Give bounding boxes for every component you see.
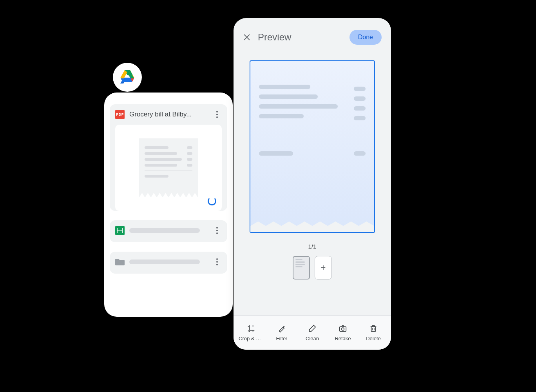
- preview-toolbar: Crop & R... Filter Clean: [234, 315, 391, 350]
- eraser-icon: [308, 324, 317, 333]
- file-title-placeholder: [129, 260, 200, 264]
- drive-logo-badge: [113, 63, 142, 92]
- more-menu-button[interactable]: [212, 226, 222, 235]
- add-page-button[interactable]: +: [315, 256, 332, 279]
- file-title-placeholder: [129, 228, 200, 233]
- pdf-icon: PDF: [115, 110, 125, 119]
- svg-point-15: [342, 328, 344, 330]
- scan-preview-panel: Preview Done 1/1 +: [234, 18, 391, 350]
- toolbar-label: Clean: [306, 336, 319, 341]
- folder-icon: [115, 257, 125, 267]
- preview-body: 1/1 +: [234, 53, 391, 315]
- scanned-document-preview[interactable]: [250, 60, 375, 233]
- toolbar-label: Filter: [276, 336, 288, 341]
- page-thumbnails-row: +: [293, 256, 332, 279]
- page-thumbnail[interactable]: [293, 256, 310, 279]
- more-menu-button[interactable]: [212, 257, 222, 267]
- loading-spinner-icon: [208, 197, 216, 205]
- crop-rotate-button[interactable]: Crop & R...: [236, 324, 266, 341]
- done-button[interactable]: Done: [349, 30, 382, 45]
- camera-icon: [338, 324, 348, 333]
- file-item-folder[interactable]: [110, 252, 227, 274]
- close-button[interactable]: [243, 33, 251, 41]
- google-drive-icon: [120, 70, 135, 84]
- more-menu-button[interactable]: [212, 110, 222, 119]
- file-thumbnail-preview: [115, 125, 222, 211]
- toolbar-label: Delete: [366, 336, 381, 341]
- sheets-icon: [115, 226, 125, 235]
- receipt-thumbnail: [139, 138, 198, 197]
- crop-rotate-icon: [246, 324, 256, 333]
- file-title: Grocery bill at Bilby...: [129, 111, 208, 118]
- filter-button[interactable]: Filter: [266, 324, 297, 341]
- svg-rect-16: [371, 327, 376, 331]
- toolbar-label: Crop & R...: [239, 336, 264, 341]
- preview-title: Preview: [258, 32, 342, 43]
- svg-rect-14: [340, 327, 346, 331]
- drive-files-card: PDF Grocery bill at Bilby...: [104, 93, 233, 317]
- delete-button[interactable]: Delete: [358, 324, 389, 341]
- file-item-sheets[interactable]: [110, 220, 227, 242]
- file-item-pdf[interactable]: PDF Grocery bill at Bilby...: [110, 104, 227, 211]
- magic-wand-icon: [277, 324, 286, 333]
- retake-button[interactable]: Retake: [328, 324, 358, 341]
- page-indicator: 1/1: [308, 243, 317, 250]
- clean-button[interactable]: Clean: [297, 324, 328, 341]
- trash-icon: [369, 324, 378, 333]
- preview-header: Preview Done: [234, 18, 391, 53]
- toolbar-label: Retake: [335, 336, 351, 341]
